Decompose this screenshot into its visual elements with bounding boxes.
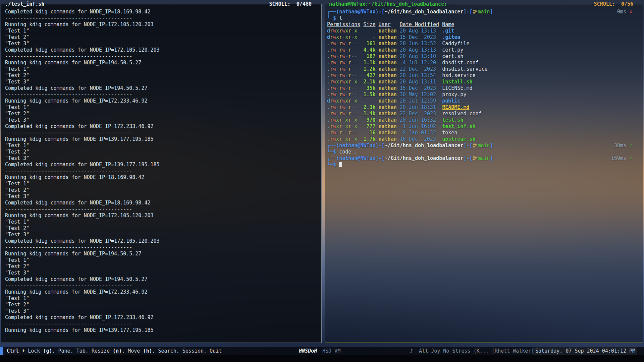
output-line: "Test 2" xyxy=(5,302,319,308)
output-line: ----------------------------------------… xyxy=(5,53,319,60)
pane-border-line xyxy=(46,4,267,4)
git-branch-icon xyxy=(473,9,477,14)
pane-corner-icon xyxy=(641,340,643,343)
output-line: ----------------------------------------… xyxy=(5,15,319,21)
output-line: "Test 1" xyxy=(5,257,319,263)
file-date: 20 Aug 13:11 xyxy=(400,79,439,85)
output-line: Completed kdig commands for NODE_IP=18.1… xyxy=(5,200,319,206)
output-line: Running kdig commands for NODE_IP=172.10… xyxy=(5,213,319,219)
keybind-hint: Search xyxy=(158,348,176,354)
file-size: 970 xyxy=(363,117,375,123)
desktop-screen: ./test_inf.sh SCROLL: 0/480 Completed kd… xyxy=(0,0,644,362)
file-owner: nathan xyxy=(379,47,397,53)
file-name: cert.py xyxy=(442,47,463,53)
file-row: .rw-rw-r-- 1.2k nathan 22 Dec 2023 dnsdi… xyxy=(327,66,640,72)
prompt-frame: ] xyxy=(490,142,493,148)
output-line: Completed kdig commands for NODE_IP=172.… xyxy=(5,314,319,321)
prompt-user-host: nathan@NWTux xyxy=(339,155,375,161)
file-owner: nathan xyxy=(379,72,397,78)
pane-shell[interactable]: nathan@NWTux:~/Git/hns_doh_loadbalancer … xyxy=(325,1,643,346)
scroll-indicator: SCROLL: 0/480 xyxy=(268,1,313,7)
file-date: 20 Jun 16:32 xyxy=(400,117,439,123)
git-branch-name: main xyxy=(478,9,490,15)
scroll-spacer xyxy=(615,1,621,7)
git-branch-name: main xyxy=(478,142,490,148)
file-size: - xyxy=(363,28,375,34)
output-line: ----------------------------------------… xyxy=(5,206,319,213)
pane-body[interactable]: ┌──(nathan@NWTux)-[~/Git/hns_doh_loadbal… xyxy=(325,7,643,340)
file-owner: nathan xyxy=(379,28,397,34)
output-line: "Test 1" xyxy=(5,28,319,34)
file-size: 2.1k xyxy=(363,79,375,85)
output-line: "Test 3" xyxy=(5,155,319,162)
pane-corner-icon xyxy=(1,340,3,343)
file-size: 1.4k xyxy=(363,111,375,117)
file-name: hsd.service xyxy=(442,72,475,78)
output-line: "Test 2" xyxy=(5,149,319,155)
file-size: 427 xyxy=(363,72,375,78)
file-size: - xyxy=(363,34,375,40)
file-date: 16 Dec 2023 xyxy=(400,136,439,142)
screen-bottom-strip xyxy=(0,355,644,362)
file-owner: nathan xyxy=(379,79,397,85)
keybind-hint: Tab xyxy=(76,348,86,354)
output-line: Completed kdig commands for NODE_IP=194.… xyxy=(5,85,319,92)
file-size: 167 xyxy=(363,53,375,59)
keybind-key: (g) xyxy=(40,348,52,354)
output-line: "Test 3" xyxy=(5,232,319,238)
scroll-value: 0/480 xyxy=(297,1,312,7)
output-line: Completed kdig commands for NODE_IP=172.… xyxy=(5,238,319,244)
pane-body[interactable]: Completed kdig commands for NODE_IP=18.1… xyxy=(1,7,322,340)
output-line: "Test 3" xyxy=(5,117,319,123)
output-line: "Test 3" xyxy=(5,193,319,200)
output-line: Running kdig commands for NODE_IP=194.50… xyxy=(5,60,319,66)
output-line: Completed kdig commands for NODE_IP=172.… xyxy=(5,123,319,130)
command-duration: 169ms xyxy=(611,155,629,161)
output-line: "Test 1" xyxy=(5,181,319,187)
right-terminal-output: ┌──(nathan@NWTux)-[~/Git/hns_doh_loadbal… xyxy=(327,9,640,168)
prompt-frame: )-[ xyxy=(376,9,385,15)
scroll-spacer xyxy=(290,1,297,7)
pane-border-line xyxy=(3,343,319,343)
scroll-indicator: SCROLL: 0/56 xyxy=(592,1,635,7)
output-line: ----------------------------------------… xyxy=(5,321,319,327)
prompt-path: ~/Git/hns_doh_loadbalancer xyxy=(385,142,464,148)
file-date: 4 Jul 12:20 xyxy=(400,60,439,66)
prompt-duration: 169ms ✓ xyxy=(611,155,632,162)
file-size: 1.7k xyxy=(363,136,375,142)
file-date: 30 May 12:02 xyxy=(400,92,439,98)
git-branch-name: main xyxy=(478,155,490,161)
file-name: dnsdist.service xyxy=(442,66,487,72)
left-terminal-output: Completed kdig commands for NODE_IP=18.1… xyxy=(5,9,319,334)
output-line: "Test 1" xyxy=(5,142,319,149)
file-name: dnsdist.conf xyxy=(442,60,478,66)
file-owner: nathan xyxy=(379,34,397,40)
file-owner: nathan xyxy=(379,85,397,91)
file-name: LICENSE.md xyxy=(442,85,472,91)
prompt-header-line: ┌──(nathan@NWTux)-[~/Git/hns_doh_loadbal… xyxy=(327,155,640,162)
file-owner: nathan xyxy=(379,130,397,136)
file-owner: nathan xyxy=(379,104,397,110)
file-date: 15 Dec 2023 xyxy=(400,85,439,91)
output-line: Running kdig commands for NODE_IP=172.23… xyxy=(5,289,319,295)
pane-test-script[interactable]: ./test_inf.sh SCROLL: 0/480 Completed kd… xyxy=(1,1,322,346)
prompt-user-host: nathan@NWTux xyxy=(339,142,375,148)
file-row: drwxrwxr-x - nathan 20 Jul 12:59 public xyxy=(327,98,640,104)
output-line: ----------------------------------------… xyxy=(5,168,319,174)
file-name: resolved.conf xyxy=(442,111,481,117)
file-date: 1 Jun 16:02 xyxy=(400,123,439,129)
pane-corner-icon xyxy=(319,4,322,7)
output-line: "Test 2" xyxy=(5,111,319,117)
command-line: └─$ code . xyxy=(327,149,640,155)
file-owner: nathan xyxy=(379,92,397,98)
prompt-frame: )-[ xyxy=(376,155,385,161)
pane-border-line xyxy=(327,343,641,343)
file-row: .rw-rw-r-- 1.1k nathan 4 Jul 12:20 dnsdi… xyxy=(327,60,640,66)
file-row: .rw-rw-r-- 1.4k nathan 22 Dec 2023 resol… xyxy=(327,111,640,117)
keybind-hint: Move xyxy=(128,348,140,354)
terminal-cursor[interactable] xyxy=(339,162,342,167)
file-date: 8 Jan 01:32 xyxy=(400,130,439,136)
file-row: .rw-rw-r-- 167 nathan 20 Aug 13:10 cert.… xyxy=(327,53,640,60)
file-date: 20 Aug 13:13 xyxy=(400,28,439,34)
keybind-hint: Pane xyxy=(58,348,70,354)
